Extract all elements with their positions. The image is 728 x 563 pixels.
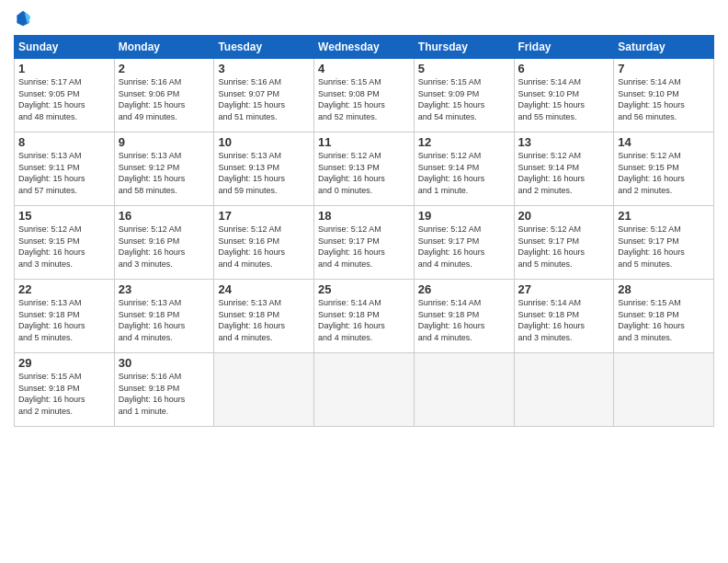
day-number: 10 <box>218 135 310 149</box>
calendar-cell: 4Sunrise: 5:15 AM Sunset: 9:08 PM Daylig… <box>314 59 415 132</box>
calendar-cell: 9Sunrise: 5:13 AM Sunset: 9:12 PM Daylig… <box>114 132 214 206</box>
day-number: 17 <box>218 209 310 223</box>
day-info: Sunrise: 5:17 AM Sunset: 9:05 PM Dayligh… <box>18 76 110 122</box>
calendar-cell: 8Sunrise: 5:13 AM Sunset: 9:11 PM Daylig… <box>15 132 115 206</box>
day-info: Sunrise: 5:12 AM Sunset: 9:17 PM Dayligh… <box>518 224 610 270</box>
day-number: 5 <box>418 62 510 75</box>
day-info: Sunrise: 5:12 AM Sunset: 9:14 PM Dayligh… <box>418 150 510 196</box>
day-number: 20 <box>518 209 610 223</box>
calendar-cell: 16Sunrise: 5:12 AM Sunset: 9:16 PM Dayli… <box>114 206 214 280</box>
day-info: Sunrise: 5:14 AM Sunset: 9:10 PM Dayligh… <box>518 76 610 122</box>
day-number: 22 <box>18 282 110 296</box>
day-number: 14 <box>618 135 710 149</box>
day-info: Sunrise: 5:15 AM Sunset: 9:18 PM Dayligh… <box>618 297 710 343</box>
day-info: Sunrise: 5:12 AM Sunset: 9:16 PM Dayligh… <box>119 224 210 270</box>
day-info: Sunrise: 5:14 AM Sunset: 9:10 PM Dayligh… <box>618 76 710 122</box>
day-info: Sunrise: 5:12 AM Sunset: 9:17 PM Dayligh… <box>318 224 410 270</box>
calendar-cell: 5Sunrise: 5:15 AM Sunset: 9:09 PM Daylig… <box>414 59 514 132</box>
calendar-cell: 11Sunrise: 5:12 AM Sunset: 9:13 PM Dayli… <box>314 132 415 206</box>
day-number: 4 <box>318 62 410 75</box>
day-number: 6 <box>518 62 610 75</box>
day-number: 8 <box>18 135 110 149</box>
header-area <box>14 9 714 28</box>
day-info: Sunrise: 5:14 AM Sunset: 9:18 PM Dayligh… <box>418 297 510 343</box>
calendar-cell: 28Sunrise: 5:15 AM Sunset: 9:18 PM Dayli… <box>614 280 714 353</box>
day-number: 9 <box>119 135 210 149</box>
day-number: 3 <box>218 62 310 75</box>
calendar-cell: 29Sunrise: 5:15 AM Sunset: 9:18 PM Dayli… <box>15 353 115 427</box>
weekday-header-monday: Monday <box>114 36 214 59</box>
weekday-header-thursday: Thursday <box>414 36 514 59</box>
day-info: Sunrise: 5:15 AM Sunset: 9:09 PM Dayligh… <box>418 76 510 122</box>
day-info: Sunrise: 5:16 AM Sunset: 9:06 PM Dayligh… <box>119 76 210 122</box>
calendar-cell: 23Sunrise: 5:13 AM Sunset: 9:18 PM Dayli… <box>114 280 214 353</box>
day-info: Sunrise: 5:12 AM Sunset: 9:16 PM Dayligh… <box>218 224 310 270</box>
day-number: 7 <box>618 62 710 75</box>
day-info: Sunrise: 5:12 AM Sunset: 9:15 PM Dayligh… <box>618 150 710 196</box>
day-info: Sunrise: 5:12 AM Sunset: 9:14 PM Dayligh… <box>518 150 610 196</box>
day-number: 2 <box>119 62 210 75</box>
calendar-cell <box>214 353 314 427</box>
day-info: Sunrise: 5:12 AM Sunset: 9:13 PM Dayligh… <box>318 150 410 196</box>
calendar-cell: 12Sunrise: 5:12 AM Sunset: 9:14 PM Dayli… <box>414 132 514 206</box>
day-number: 19 <box>418 209 510 223</box>
calendar-cell: 27Sunrise: 5:14 AM Sunset: 9:18 PM Dayli… <box>514 280 614 353</box>
day-number: 13 <box>518 135 610 149</box>
calendar-cell: 25Sunrise: 5:14 AM Sunset: 9:18 PM Dayli… <box>314 280 415 353</box>
calendar-cell <box>414 353 514 427</box>
calendar-cell: 21Sunrise: 5:12 AM Sunset: 9:17 PM Dayli… <box>614 206 714 280</box>
day-info: Sunrise: 5:15 AM Sunset: 9:08 PM Dayligh… <box>318 76 410 122</box>
day-info: Sunrise: 5:13 AM Sunset: 9:18 PM Dayligh… <box>218 297 310 343</box>
weekday-header-tuesday: Tuesday <box>214 36 314 59</box>
day-info: Sunrise: 5:16 AM Sunset: 9:07 PM Dayligh… <box>218 76 310 122</box>
calendar-cell <box>614 353 714 427</box>
calendar-cell <box>314 353 415 427</box>
weekday-header-saturday: Saturday <box>614 36 714 59</box>
weekday-header-sunday: Sunday <box>15 36 115 59</box>
weekday-header-friday: Friday <box>514 36 614 59</box>
calendar-cell: 14Sunrise: 5:12 AM Sunset: 9:15 PM Dayli… <box>614 132 714 206</box>
calendar-table: SundayMondayTuesdayWednesdayThursdayFrid… <box>14 35 714 427</box>
calendar-cell <box>514 353 614 427</box>
day-number: 25 <box>318 282 410 296</box>
calendar-cell: 19Sunrise: 5:12 AM Sunset: 9:17 PM Dayli… <box>414 206 514 280</box>
calendar-cell: 7Sunrise: 5:14 AM Sunset: 9:10 PM Daylig… <box>614 59 714 132</box>
calendar-cell: 1Sunrise: 5:17 AM Sunset: 9:05 PM Daylig… <box>15 59 115 132</box>
day-info: Sunrise: 5:12 AM Sunset: 9:15 PM Dayligh… <box>18 224 110 270</box>
day-number: 18 <box>318 209 410 223</box>
day-number: 29 <box>18 356 110 370</box>
calendar-cell: 17Sunrise: 5:12 AM Sunset: 9:16 PM Dayli… <box>214 206 314 280</box>
logo <box>14 9 36 28</box>
day-number: 27 <box>518 282 610 296</box>
calendar-cell: 30Sunrise: 5:16 AM Sunset: 9:18 PM Dayli… <box>114 353 214 427</box>
calendar-cell: 18Sunrise: 5:12 AM Sunset: 9:17 PM Dayli… <box>314 206 415 280</box>
day-number: 28 <box>618 282 710 296</box>
calendar-cell: 22Sunrise: 5:13 AM Sunset: 9:18 PM Dayli… <box>15 280 115 353</box>
day-number: 21 <box>618 209 710 223</box>
page: SundayMondayTuesdayWednesdayThursdayFrid… <box>0 0 728 563</box>
calendar-cell: 15Sunrise: 5:12 AM Sunset: 9:15 PM Dayli… <box>15 206 115 280</box>
day-number: 11 <box>318 135 410 149</box>
calendar-cell: 20Sunrise: 5:12 AM Sunset: 9:17 PM Dayli… <box>514 206 614 280</box>
day-number: 15 <box>18 209 110 223</box>
day-number: 26 <box>418 282 510 296</box>
day-info: Sunrise: 5:14 AM Sunset: 9:18 PM Dayligh… <box>318 297 410 343</box>
calendar-cell: 3Sunrise: 5:16 AM Sunset: 9:07 PM Daylig… <box>214 59 314 132</box>
day-info: Sunrise: 5:13 AM Sunset: 9:11 PM Dayligh… <box>18 150 110 196</box>
day-number: 23 <box>119 282 210 296</box>
day-number: 24 <box>218 282 310 296</box>
day-info: Sunrise: 5:13 AM Sunset: 9:18 PM Dayligh… <box>18 297 110 343</box>
day-info: Sunrise: 5:14 AM Sunset: 9:18 PM Dayligh… <box>518 297 610 343</box>
day-info: Sunrise: 5:13 AM Sunset: 9:12 PM Dayligh… <box>119 150 210 196</box>
day-number: 12 <box>418 135 510 149</box>
day-info: Sunrise: 5:16 AM Sunset: 9:18 PM Dayligh… <box>119 371 210 417</box>
day-info: Sunrise: 5:15 AM Sunset: 9:18 PM Dayligh… <box>18 371 110 417</box>
calendar-cell: 6Sunrise: 5:14 AM Sunset: 9:10 PM Daylig… <box>514 59 614 132</box>
day-info: Sunrise: 5:13 AM Sunset: 9:18 PM Dayligh… <box>119 297 210 343</box>
day-info: Sunrise: 5:13 AM Sunset: 9:13 PM Dayligh… <box>218 150 310 196</box>
logo-icon <box>14 9 32 28</box>
day-number: 30 <box>119 356 210 370</box>
day-number: 1 <box>18 62 110 75</box>
weekday-header-wednesday: Wednesday <box>314 36 415 59</box>
day-number: 16 <box>119 209 210 223</box>
